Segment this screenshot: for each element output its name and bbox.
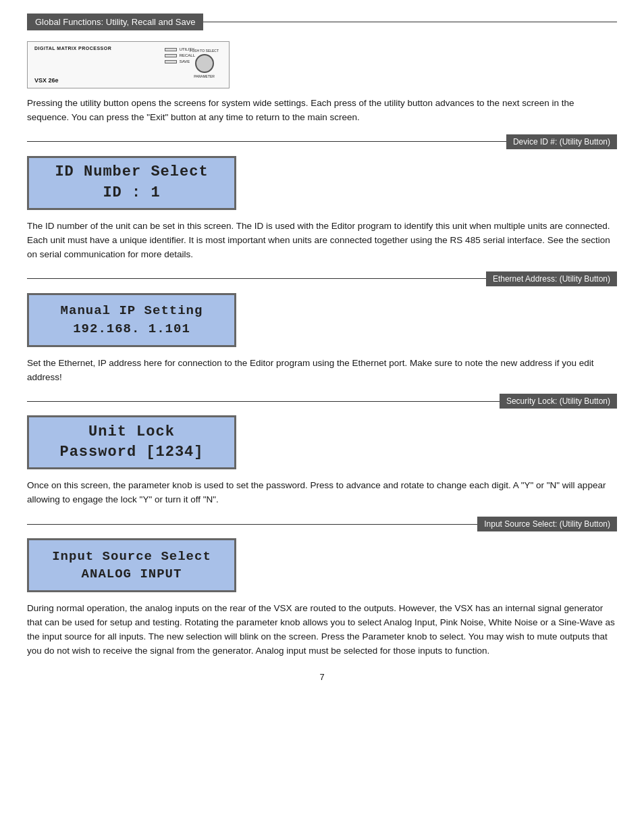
slot-recall — [165, 54, 177, 57]
intro-text: Pressing the utility button opens the sc… — [27, 97, 617, 125]
lcd-line1-ethernet: Manual IP Setting — [61, 302, 203, 320]
lcd-screen-security: Unit Lock Password [1234] — [27, 415, 236, 469]
divider-line-3 — [27, 401, 500, 402]
device-image: DIGITAL MATRIX PROCESSOR VSX 26e UTILITY… — [27, 41, 230, 88]
divider-line-2 — [27, 278, 486, 279]
header-divider-line — [203, 22, 617, 22]
push-to-select-label: PUSH TO SELECT — [190, 49, 219, 53]
lcd-screen-device-id: ID Number Select ID : 1 — [27, 156, 236, 210]
divider-device-id: Device ID #: (Utility Button) — [27, 134, 617, 149]
slot-utility — [165, 48, 177, 51]
lcd-line1-input-source: Input Source Select — [52, 548, 211, 566]
page-number: 7 — [27, 672, 617, 682]
device-knob-area: PUSH TO SELECT PARAMETER — [190, 49, 219, 78]
lcd-line1-security: Unit Lock — [88, 422, 175, 443]
label-save: SAVE — [180, 59, 190, 63]
lcd-screen-input-source: Input Source Select ANALOG INPUT — [27, 538, 236, 592]
divider-ethernet: Ethernet Address: (Utility Button) — [27, 271, 617, 286]
device-model: VSX 26e — [34, 77, 59, 84]
section2-label: Ethernet Address: (Utility Button) — [486, 271, 617, 286]
lcd-screen-ethernet: Manual IP Setting 192.168. 1.101 — [27, 293, 236, 347]
section1-label: Device ID #: (Utility Button) — [506, 134, 617, 149]
section1-body-text: The ID number of the unit can be set in … — [27, 219, 617, 262]
divider-line-1 — [27, 141, 506, 142]
section3-body-text: Once on this screen, the parameter knob … — [27, 479, 617, 507]
section2-body-text: Set the Ethernet, IP address here for co… — [27, 357, 617, 385]
lcd-line1-device-id: ID Number Select — [55, 162, 208, 183]
lcd-line2-security: Password [1234] — [59, 442, 203, 463]
lcd-line2-input-source: ANALOG INPUT — [82, 565, 182, 583]
parameter-label: PARAMETER — [194, 74, 215, 78]
divider-line-4 — [27, 524, 477, 525]
section4-body-text: During normal operation, the analog inpu… — [27, 602, 617, 658]
section4-label: Input Source Select: (Utility Button) — [477, 517, 617, 531]
slot-save — [165, 60, 177, 63]
lcd-line2-device-id: ID : 1 — [103, 183, 160, 204]
device-label: DIGITAL MATRIX PROCESSOR — [34, 46, 111, 51]
section3-label: Security Lock: (Utility Button) — [500, 394, 617, 409]
lcd-line2-ethernet: 192.168. 1.101 — [73, 320, 190, 338]
main-header-label: Global Functions: Utility, Recall and Sa… — [27, 14, 203, 30]
divider-security: Security Lock: (Utility Button) — [27, 394, 617, 409]
main-header: Global Functions: Utility, Recall and Sa… — [27, 14, 617, 30]
parameter-knob — [195, 54, 214, 73]
divider-input-source: Input Source Select: (Utility Button) — [27, 517, 617, 531]
